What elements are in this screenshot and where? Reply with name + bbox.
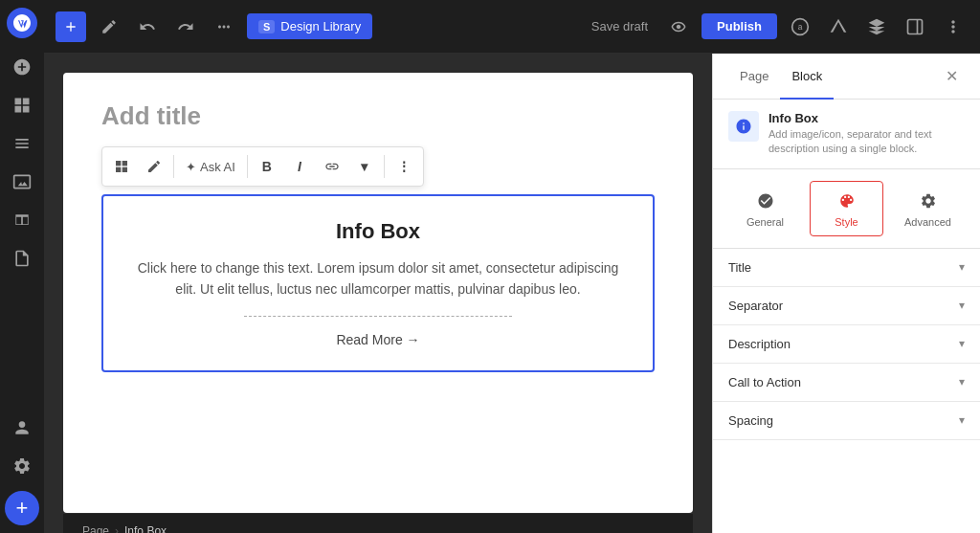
sidebar-patterns[interactable] [5,126,39,161]
section-description-chevron: ▾ [959,337,965,350]
info-box-separator [244,316,512,317]
svg-rect-2 [908,19,923,33]
section-separator-label: Separator [728,299,783,313]
publish-button[interactable]: Publish [702,13,777,39]
section-spacing-label: Spacing [728,413,773,428]
toolbar-redo-button[interactable] [170,11,201,42]
breadcrumb: Page › Info Box [63,513,693,533]
sidebar-layout[interactable] [5,203,39,237]
svg-rect-7 [122,167,127,172]
block-info-icon [728,111,759,142]
advanced-icon [917,189,940,212]
general-tab-label: General [746,216,784,228]
section-spacing-header[interactable]: Spacing ▾ [713,402,980,439]
section-cta-header[interactable]: Call to Action ▾ [713,364,980,401]
panel-close-button[interactable]: ✕ [938,63,965,90]
sidebar-media[interactable] [5,165,39,199]
svg-rect-5 [122,161,127,166]
block-toolbar: ✦ Ask AI B I ▾ ⋮ [101,146,424,187]
style-tab-style[interactable]: Style [810,181,883,236]
add-title-placeholder[interactable]: Add title [101,101,655,131]
breadcrumb-separator: › [115,524,119,534]
section-separator: Separator ▾ [713,287,980,325]
sidebar-add-block[interactable] [5,50,39,84]
toolbar-divider-3 [384,155,385,178]
design-library-button[interactable]: S Design Library [247,13,372,39]
general-icon [754,189,777,212]
section-cta-chevron: ▾ [959,375,965,389]
pen-button[interactable] [139,151,169,182]
style-tab-advanced[interactable]: Advanced [891,181,965,236]
ask-ai-button[interactable]: ✦ Ask AI [178,151,243,182]
section-title: Title ▾ [713,249,980,287]
bold-button[interactable]: B [252,151,282,182]
svg-rect-6 [116,167,121,172]
toolbar-divider [173,155,174,178]
toolbar-edit-button[interactable] [94,11,124,42]
panel-header: Page Block ✕ [713,54,980,100]
sidebar-add-new[interactable]: + [5,491,39,525]
ask-ai-label: Ask AI [200,160,235,174]
info-box-description[interactable]: Click here to change this text. Lorem ip… [126,257,630,300]
section-description-header[interactable]: Description ▾ [713,325,980,363]
style-tabs-row: General Style Advanced [713,169,980,249]
breadcrumb-page[interactable]: Page [82,524,109,534]
editor-area: Add title ✦ Ask AI B I [44,54,712,533]
save-draft-button[interactable]: Save draft [584,13,656,39]
section-separator-chevron: ▾ [959,299,965,312]
view-button[interactable] [663,11,694,42]
svg-text:a: a [798,22,803,32]
italic-button[interactable]: I [284,151,315,182]
top-toolbar: S Design Library Save draft Publish a [44,0,980,54]
section-cta-label: Call to Action [728,375,801,389]
section-separator-header[interactable]: Separator ▾ [713,287,980,324]
block-type-button[interactable] [106,151,137,182]
main-container: S Design Library Save draft Publish a [44,0,980,533]
link-button[interactable] [317,151,347,182]
editor-canvas: Add title ✦ Ask AI B I [63,73,693,513]
style-icon [835,189,858,212]
design-library-label: Design Library [280,19,361,33]
akismet-icon-button[interactable]: a [785,11,815,42]
section-title-chevron: ▾ [959,260,965,274]
sidebar-settings[interactable] [5,449,39,483]
info-box-title: Info Box [126,219,630,244]
block-info-text: Info Box Add image/icon, separator and t… [768,111,965,157]
info-box-block[interactable]: Info Box Click here to change this text.… [101,194,655,372]
style-tab-label: Style [835,216,858,228]
style-tab-general[interactable]: General [728,181,802,236]
panel-sections: Title ▾ Separator ▾ Description ▾ [713,249,980,533]
options-button[interactable] [938,11,969,42]
sidebar-blocks[interactable] [5,88,39,122]
sidebar-user[interactable] [5,411,39,445]
link-dropdown-button[interactable]: ▾ [349,151,380,182]
block-description: Add image/icon, separator and text descr… [768,127,965,157]
section-call-to-action: Call to Action ▾ [713,364,980,402]
section-description-label: Description [728,337,791,351]
sidebar-forms[interactable] [5,241,39,276]
content-area: Add title ✦ Ask AI B I [44,54,980,533]
toolbar-divider-2 [247,155,248,178]
sidebar-toggle-button[interactable] [900,11,930,42]
right-panel: Page Block ✕ Info Box Add image/icon, se… [712,54,980,533]
toolbar-undo-button[interactable] [132,11,163,42]
svg-rect-4 [116,161,121,166]
info-box-cta[interactable]: Read More → [126,332,630,347]
astra-icon-button[interactable] [823,11,854,42]
block-info: Info Box Add image/icon, separator and t… [713,100,980,169]
breadcrumb-current: Info Box [124,524,167,534]
more-options-button[interactable]: ⋮ [389,151,419,182]
wp-logo[interactable] [7,8,37,38]
toolbar-add-button[interactable] [56,11,86,42]
spectra-icon-button[interactable] [861,11,892,42]
left-sidebar: + [0,0,44,533]
toolbar-more-button[interactable] [209,11,239,42]
tab-block[interactable]: Block [780,54,834,100]
section-spacing-chevron: ▾ [959,413,965,427]
block-name: Info Box [768,111,965,125]
advanced-tab-label: Advanced [904,216,951,228]
section-title-header[interactable]: Title ▾ [713,249,980,286]
tab-page[interactable]: Page [728,54,780,100]
section-description: Description ▾ [713,325,980,364]
design-library-badge: S [258,20,275,33]
